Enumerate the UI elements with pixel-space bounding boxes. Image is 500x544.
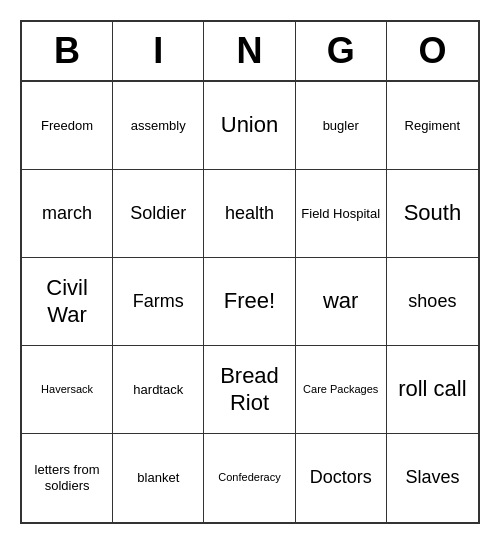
cell-text: hardtack [133, 382, 183, 398]
bingo-cell: war [296, 258, 387, 346]
cell-text: Care Packages [303, 383, 378, 396]
bingo-cell: Soldier [113, 170, 204, 258]
cell-text: Freedom [41, 118, 93, 134]
bingo-cell: Civil War [22, 258, 113, 346]
bingo-cell: Freedom [22, 82, 113, 170]
cell-text: Union [221, 112, 278, 138]
bingo-cell: march [22, 170, 113, 258]
cell-text: shoes [408, 291, 456, 313]
bingo-cell: bugler [296, 82, 387, 170]
cell-text: Slaves [405, 467, 459, 489]
bingo-cell: Slaves [387, 434, 478, 522]
header-letter: B [22, 22, 113, 80]
cell-text: South [404, 200, 462, 226]
cell-text: Regiment [405, 118, 461, 134]
bingo-cell: South [387, 170, 478, 258]
cell-text: Confederacy [218, 471, 280, 484]
bingo-cell: roll call [387, 346, 478, 434]
bingo-cell: Union [204, 82, 295, 170]
bingo-cell: Regiment [387, 82, 478, 170]
cell-text: march [42, 203, 92, 225]
bingo-cell: Bread Riot [204, 346, 295, 434]
bingo-card: BINGO FreedomassemblyUnionbuglerRegiment… [20, 20, 480, 524]
bingo-cell: Field Hospital [296, 170, 387, 258]
cell-text: bugler [323, 118, 359, 134]
cell-text: health [225, 203, 274, 225]
bingo-cell: blanket [113, 434, 204, 522]
cell-text: Farms [133, 291, 184, 313]
cell-text: war [323, 288, 358, 314]
cell-text: Haversack [41, 383, 93, 396]
cell-text: blanket [137, 470, 179, 486]
bingo-cell: letters from soldiers [22, 434, 113, 522]
bingo-cell: hardtack [113, 346, 204, 434]
cell-text: Doctors [310, 467, 372, 489]
bingo-grid: FreedomassemblyUnionbuglerRegimentmarchS… [22, 82, 478, 522]
cell-text: Free! [224, 288, 275, 314]
bingo-cell: Care Packages [296, 346, 387, 434]
header-letter: I [113, 22, 204, 80]
cell-text: Field Hospital [301, 206, 380, 222]
bingo-cell: assembly [113, 82, 204, 170]
bingo-cell: Farms [113, 258, 204, 346]
cell-text: assembly [131, 118, 186, 134]
cell-text: Bread Riot [208, 363, 290, 416]
cell-text: Soldier [130, 203, 186, 225]
bingo-cell: Free! [204, 258, 295, 346]
header-letter: O [387, 22, 478, 80]
cell-text: letters from soldiers [26, 462, 108, 493]
bingo-header: BINGO [22, 22, 478, 82]
cell-text: roll call [398, 376, 466, 402]
header-letter: N [204, 22, 295, 80]
bingo-cell: Haversack [22, 346, 113, 434]
bingo-cell: shoes [387, 258, 478, 346]
cell-text: Civil War [26, 275, 108, 328]
header-letter: G [296, 22, 387, 80]
bingo-cell: Doctors [296, 434, 387, 522]
bingo-cell: Confederacy [204, 434, 295, 522]
bingo-cell: health [204, 170, 295, 258]
